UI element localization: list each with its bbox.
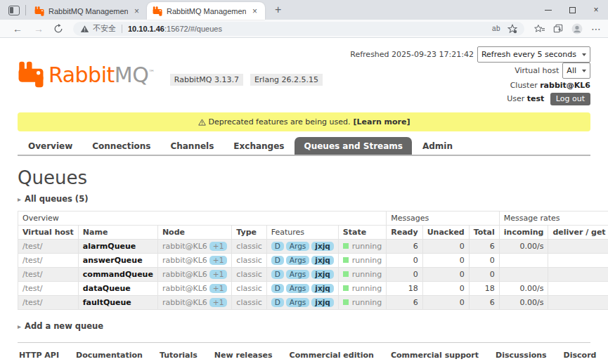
queue-type: classic [232,268,266,282]
queue-features: DArgsjxjq [266,254,338,268]
column-header-features: Features [266,226,338,240]
brand-rabbit: Rabbit [48,63,115,87]
queue-unacked: 0 [422,296,469,310]
vhost-row: Virtual hostAll [350,63,590,79]
minimize-button[interactable] [536,0,560,20]
queue-name-link[interactable]: answerQueue [78,254,157,268]
footer-link-http-api[interactable]: HTTP API [19,351,59,360]
column-header-type[interactable]: Type [232,226,266,240]
state-running-indicator [343,243,349,249]
state-running-indicator [343,285,349,291]
brand-name[interactable]: RabbitMQ™ [48,63,155,87]
tab-exchanges[interactable]: Exchanges [224,137,293,155]
queue-ready: 0 [387,268,422,282]
tab-title: RabbitMQ Management [167,7,246,15]
queues-tbody: /test/alarmQueuerabbit@KL6+1classicDArgs… [18,240,608,310]
refreshed-label: Refreshed 2025-09-23 17:21:42 [350,50,474,59]
address-bar[interactable]: 不安全 10.10.1.46 :15672/#/queues ab [73,22,524,36]
browser-tab-active[interactable]: RabbitMQ Management × [147,2,265,20]
collections-icon[interactable] [553,24,563,34]
queue-name-link[interactable]: faultQueue [78,296,157,310]
vhost-select[interactable]: All [562,63,590,79]
not-secure-label[interactable]: 不安全 [93,23,116,34]
queue-state: running [338,240,386,254]
column-header-unacked[interactable]: Unacked [422,226,469,240]
queue-rate-deliver-get [548,240,608,254]
browser-toolbar: ← → 不安全 10.10.1.46 :15672/#/queues ab [0,20,608,38]
tab-actions-menu-icon[interactable] [8,6,20,15]
learn-more-link[interactable]: [Learn more] [354,117,410,126]
column-header-total[interactable]: Total [469,226,499,240]
tab-connections[interactable]: Connections [83,137,160,155]
rabbitmq-version-badge: RabbitMQ 3.13.7 [170,74,243,86]
rabbitmq-favicon-icon [34,6,44,16]
logout-button[interactable]: Log out [550,93,590,105]
footer-link-commercial-support[interactable]: Commercial support [391,351,479,360]
translate-icon[interactable]: ab [492,25,500,32]
profile-avatar-icon[interactable] [571,23,583,34]
queue-row: /test/dataQueuerabbit@KL6+1classicDArgsj… [18,282,608,296]
deprecation-banner: Deprecated features are being used.[Lear… [18,112,590,131]
new-tab-button[interactable]: + [271,4,285,16]
user-name: test [527,94,545,103]
footer-link-commercial-edition[interactable]: Commercial edition [290,351,374,360]
queue-unacked: 0 [422,268,469,282]
add-queue-toggle[interactable]: ▸Add a new queue [18,321,590,331]
footer-link-tutorials[interactable]: Tutorials [160,351,198,360]
queue-total: 0 [469,268,499,282]
footer-link-discussions[interactable]: Discussions [496,351,547,360]
queue-vhost: /test/ [18,296,79,310]
queue-name-link[interactable]: commandQueue [78,268,157,282]
column-header-name[interactable]: Name [78,226,157,240]
collapsed-arrow-icon: ▸ [18,195,21,203]
queue-node: rabbit@KL6+1 [157,296,231,310]
chevron-down-icon [582,53,586,56]
tab-channels[interactable]: Channels [161,137,223,155]
queue-name-link[interactable]: dataQueue [78,282,157,296]
maximize-button[interactable] [560,0,584,20]
queue-rate-incoming: 0.00/s [499,240,548,254]
column-header-virtual-host[interactable]: Virtual host [18,226,79,240]
queue-rate-deliver-get [548,268,608,282]
rabbitmq-logo-icon[interactable] [18,61,44,88]
queue-state: running [338,268,386,282]
footer-link-new-releases[interactable]: New releases [214,351,273,360]
close-window-button[interactable]: × [584,0,608,20]
browser-tab-inactive[interactable]: RabbitMQ Management × [29,2,147,20]
queue-unacked: 0 [422,240,469,254]
queue-state: running [338,282,386,296]
favorites-icon[interactable] [534,24,545,34]
tab-admin[interactable]: Admin [413,137,462,155]
column-header-ready[interactable]: Ready [387,226,422,240]
footer-link-discord[interactable]: Discord [564,351,597,360]
footer-links: HTTP APIDocumentationTutorialsNew releas… [18,343,590,364]
column-header-state[interactable]: State [338,226,386,240]
tab-close-icon[interactable]: × [132,6,141,16]
refresh-interval-select[interactable]: Refresh every 5 seconds [477,46,590,63]
refresh-icon[interactable] [53,24,63,34]
footer-link-documentation[interactable]: Documentation [76,351,143,360]
node-count-badge: +1 [209,256,227,265]
feature-badge-d: D [271,298,284,307]
column-header-deliver-get[interactable]: deliver / get [548,226,608,240]
page-title: Queues [18,167,590,188]
state-running-indicator [343,271,349,277]
tab-queues-and-streams[interactable]: Queues and Streams [295,137,411,155]
queue-rate-incoming: 0.00/s [499,282,548,296]
column-header-incoming[interactable]: incoming [499,226,548,240]
back-icon[interactable]: ← [7,23,28,34]
queue-vhost: /test/ [18,254,79,268]
brand-mq: MQ [115,63,149,87]
tab-overview[interactable]: Overview [19,137,82,155]
all-queues-toggle[interactable]: ▸All queues (5) [18,194,590,204]
state-running-indicator [343,299,349,305]
node-count-badge: +1 [209,242,227,251]
settings-more-icon[interactable]: ⋯ [591,23,601,34]
tab-close-icon[interactable]: × [250,6,259,16]
column-header-node[interactable]: Node [157,226,231,240]
queue-name-link[interactable]: alarmQueue [78,240,157,254]
add-favorite-star-icon[interactable] [507,24,517,34]
header-status-panel: Refreshed 2025-09-23 17:21:42Refresh eve… [350,44,590,105]
queue-unacked: 0 [422,254,469,268]
rabbitmq-favicon-icon [153,6,162,16]
